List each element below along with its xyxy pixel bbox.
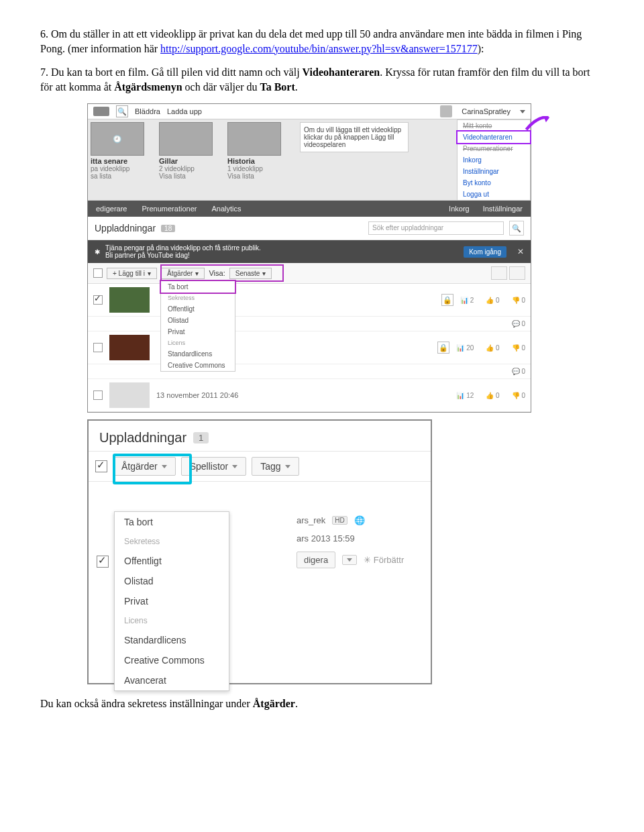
dislike-stat: 👎 0 [512,392,525,399]
action-advanced[interactable]: Avancerat [115,670,229,690]
table-row: 🔒 📊 20 👍 0 👎 0 [88,331,531,364]
sort-button[interactable]: Senaste▾ [229,268,272,279]
video-thumb[interactable] [109,335,150,360]
chevron-down-icon [347,558,352,562]
item6-text-b: ): [478,43,484,54]
globe-icon: 🌐 [354,515,365,525]
tile-sub: Visa lista [159,172,213,180]
action-private[interactable]: Privat [161,326,235,337]
like-stat: 👍 0 [486,297,499,304]
action-delete[interactable]: Ta bort [160,280,236,294]
list-item-7: 7. Du kan ta bort en film. Gå till pilen… [40,65,604,94]
tile-history[interactable]: Historia 1 videoklipp Visa lista [225,122,281,180]
partner-promo: ✱ Tjäna pengar på dina videoklipp och få… [88,240,531,263]
action-unlisted[interactable]: Olistad [115,571,229,591]
action-cc[interactable]: Creative Commons [115,650,229,670]
search-uploads-input[interactable]: Sök efter uppladdningar [368,221,504,235]
actions-dropdown: Ta bort Sekretess Offentligt Olistad Pri… [160,280,235,372]
grid-view-icon[interactable] [491,266,507,280]
video-thumb[interactable] [109,382,150,408]
get-started-button[interactable]: Kom igång [464,246,506,258]
enhance-link[interactable]: ✳ Förbättr [364,555,404,565]
subnav-settings[interactable]: Inställningar [483,205,523,213]
bold-atgarder: Åtgärder [253,698,295,709]
action-standard-license[interactable]: Standardlicens [161,348,235,360]
menu-settings[interactable]: Inställningar [458,166,530,177]
menu-video-manager[interactable]: Videohanteraren [456,130,531,144]
search-icon[interactable]: 🔍 [116,105,128,117]
username[interactable]: CarinaSpratley [462,107,511,115]
footer-a: Du kan också ändra sekretess inställning… [40,698,253,709]
edit-dropdown-button[interactable] [342,555,357,565]
actions-button[interactable]: Åtgärder▾ [161,268,205,279]
tag-button[interactable]: Tagg [252,457,299,476]
add-to-button[interactable]: + Lägg till i▾ [107,268,157,279]
hd-badge: HD [332,516,347,525]
header-privacy: Sekretess [115,532,229,551]
menu-logout[interactable]: Logga ut [458,189,530,200]
item-number: 6. [40,28,48,40]
row-checkbox[interactable]: ✓ [93,295,103,305]
subnav: edigerare Prenumerationer Analytics Inko… [88,201,531,217]
search-button[interactable]: 🔍 [509,221,524,236]
upload-date: 13 november 2011 20:46 [156,391,238,399]
youtube-logo-icon[interactable] [93,107,109,116]
comment-stat: 💬 0 [512,368,525,375]
list-view-icon[interactable] [509,266,525,280]
activity-bar: 🕘 itta senare pa videoklipp sa lista Gil… [88,119,457,201]
toolbar: Åtgärder Spellistor Tagg [89,451,431,482]
actions-button[interactable]: Åtgärder [113,457,176,476]
edit-button[interactable]: digera [297,552,335,568]
tile-watch-later[interactable]: 🕘 itta senare pa videoklipp sa lista [88,122,144,180]
action-delete[interactable]: Ta bort [115,512,229,532]
like-stat: 👍 0 [486,392,499,399]
action-unlisted[interactable]: Olistad [161,315,235,326]
chevron-down-icon [285,465,290,468]
subnav-analytics[interactable]: Analytics [211,205,241,213]
menu-switch-account[interactable]: Byt konto [458,177,530,189]
menu-subscriptions[interactable]: Prenumerationer [458,143,530,154]
table-row: 💬 0 [88,364,531,379]
promo-line2: Bli partner på YouTube idag! [105,252,261,259]
row-checkbox[interactable] [93,391,103,400]
action-standard-license[interactable]: Standardlicens [115,630,229,650]
tile-sub: pa videoklipp [91,165,144,172]
list-item-6: 6. Om du ställer in att ett videoklipp ä… [40,27,604,56]
select-all-checkbox[interactable] [93,268,103,278]
subnav-subs[interactable]: Prenumerationer [142,205,197,213]
action-private[interactable]: Privat [115,591,229,611]
star-icon: ✱ [95,248,100,256]
subnav-editor[interactable]: edigerare [96,205,127,213]
chevron-down-icon [162,465,167,468]
thumb-image [227,122,281,156]
view-label: Visa: [209,269,225,277]
bold-tabort: Ta Bort [260,81,294,93]
uploads-header: Uppladdningar 18 Sök efter uppladdningar… [88,217,531,240]
tile-likes[interactable]: Gillar 2 videoklipp Visa lista [156,122,213,180]
promo-line1: Tjäna pengar på dina videoklipp och få s… [105,244,261,252]
select-all-checkbox[interactable] [95,460,107,472]
nav-browse[interactable]: Bläddra [135,107,160,115]
action-public[interactable]: Offentligt [115,551,229,571]
video-thumb[interactable] [109,287,150,313]
video-title-partial[interactable]: ars_rek [297,515,325,525]
uploads-count-badge: 1 [193,432,209,444]
action-public[interactable]: Offentligt [161,303,235,315]
subnav-inbox[interactable]: Inkorg [449,205,470,213]
dislike-stat: 👎 0 [512,344,525,352]
close-icon[interactable]: ✕ [517,247,524,256]
views-stat: 📊 12 [456,392,474,399]
nav-upload[interactable]: Ladda upp [167,107,202,115]
playlists-button[interactable]: Spellistor [181,457,247,476]
actions-dropdown: Ta bort Sekretess Offentligt Olistad Pri… [114,511,229,691]
video-date-partial: ars 2013 15:59 [297,533,355,543]
avatar[interactable] [440,105,452,117]
row-checkbox[interactable] [97,556,109,568]
row-checkbox[interactable] [93,343,103,352]
support-link[interactable]: http://support.google.com/youtube/bin/an… [160,43,478,54]
views-stat: 📊 2 [460,297,474,304]
menu-inbox[interactable]: Inkorg [458,154,530,166]
tile-title: Historia [227,157,281,165]
action-cc[interactable]: Creative Commons [161,360,235,371]
chevron-down-icon[interactable] [520,110,525,113]
